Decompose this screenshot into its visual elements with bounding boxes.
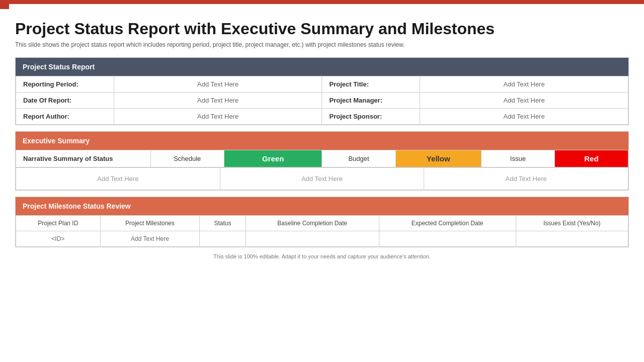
exec-status-row: Narrative Summary of Status Schedule Gre… — [16, 150, 628, 167]
schedule-label: Schedule — [150, 150, 224, 167]
budget-label: Budget — [322, 150, 395, 167]
add-text-2: Add Text Here — [220, 168, 424, 190]
page-title: Project Status Report with Executive Sum… — [15, 19, 629, 38]
reporting-period-label: Reporting Period: — [16, 76, 114, 93]
milestone-data-row: <ID> Add Text Here — [16, 231, 628, 247]
executive-summary-header: Executive Summary — [16, 132, 628, 150]
report-author-label: Report Author: — [16, 109, 114, 125]
col-baseline-date: Baseline Completion Date — [246, 216, 379, 231]
col-issues-exist: Issues Exist (Yes/No) — [516, 216, 628, 231]
main-container: Project Status Report with Executive Sum… — [0, 9, 644, 362]
project-status-header: Project Status Report — [16, 58, 628, 76]
row-status — [200, 231, 246, 247]
row-id: <ID> — [16, 231, 101, 247]
project-title-value: Add Text Here — [420, 76, 628, 93]
table-row: Reporting Period: Add Text Here Project … — [16, 76, 628, 93]
row-baseline-date — [246, 231, 379, 247]
executive-summary-table: Narrative Summary of Status Schedule Gre… — [16, 150, 628, 167]
issue-label: Issue — [481, 150, 554, 167]
col-expected-date: Expected Completion Date — [379, 216, 516, 231]
col-milestones: Project Milestones — [100, 216, 200, 231]
add-text-3: Add Text Here — [424, 168, 628, 190]
project-title-label: Project Title: — [322, 76, 420, 93]
row-issues — [516, 231, 628, 247]
reporting-period-value: Add Text Here — [114, 76, 322, 93]
add-text-row: Add Text Here Add Text Here Add Text Her… — [16, 168, 628, 190]
footer-text: This slide is 100% editable. Adapt it to… — [15, 253, 629, 259]
date-of-report-value: Add Text Here — [114, 93, 322, 109]
project-manager-label: Project Manager: — [322, 93, 420, 109]
top-bar — [0, 0, 644, 4]
page-subtitle: This slide shows the project status repo… — [15, 41, 629, 48]
milestone-header: Project Milestone Status Review — [16, 197, 628, 215]
project-info-table: Reporting Period: Add Text Here Project … — [16, 76, 628, 125]
project-sponsor-label: Project Sponsor: — [322, 109, 420, 125]
project-manager-value: Add Text Here — [420, 93, 628, 109]
project-status-report-section: Project Status Report Reporting Period: … — [15, 57, 629, 125]
add-text-1: Add Text Here — [16, 168, 220, 190]
milestone-table: Project Plan ID Project Milestones Statu… — [16, 215, 628, 247]
table-row: Date Of Report: Add Text Here Project Ma… — [16, 93, 628, 109]
report-author-value: Add Text Here — [114, 109, 322, 125]
milestone-header-row: Project Plan ID Project Milestones Statu… — [16, 216, 628, 231]
row-milestones: Add Text Here — [100, 231, 200, 247]
green-status-badge: Green — [224, 150, 322, 167]
executive-summary-section: Executive Summary Narrative Summary of S… — [15, 131, 629, 191]
project-sponsor-value: Add Text Here — [420, 109, 628, 125]
table-row: Report Author: Add Text Here Project Spo… — [16, 109, 628, 125]
add-text-row-table: Add Text Here Add Text Here Add Text Her… — [16, 167, 628, 190]
milestone-section: Project Milestone Status Review Project … — [15, 197, 629, 247]
red-status-badge: Red — [554, 150, 628, 167]
date-of-report-label: Date Of Report: — [16, 93, 114, 109]
col-status: Status — [200, 216, 246, 231]
narrative-label: Narrative Summary of Status — [16, 150, 151, 167]
col-plan-id: Project Plan ID — [16, 216, 101, 231]
yellow-status-badge: Yellow — [395, 150, 481, 167]
row-expected-date — [379, 231, 516, 247]
